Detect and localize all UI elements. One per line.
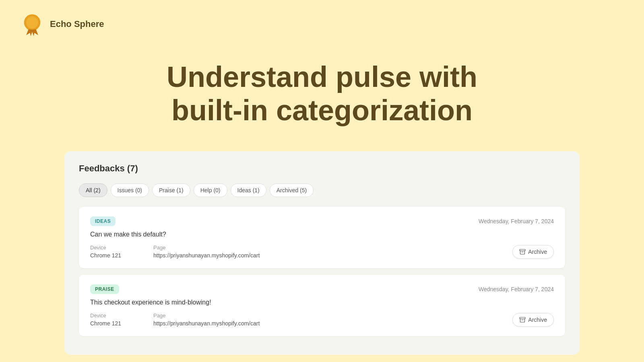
page-group: Page https://priyanshunayan.myshopify.co… xyxy=(153,245,260,259)
app-title: Echo Sphere xyxy=(50,19,104,29)
page-value: https://priyanshunayan.myshopify.com/car… xyxy=(153,320,260,327)
hero-heading: Understand pulse with built-in categoriz… xyxy=(40,60,604,127)
card-header: IDEAS Wednesday, February 7, 2024 xyxy=(90,216,554,226)
logo-icon xyxy=(20,12,44,36)
filter-tab-all[interactable]: All (2) xyxy=(79,183,107,197)
filter-tab-praise[interactable]: Praise (1) xyxy=(152,183,190,197)
card-message: Can we make this default? xyxy=(90,231,554,238)
svg-point-1 xyxy=(26,16,38,29)
card-date: Wednesday, February 7, 2024 xyxy=(479,218,554,224)
card-meta: Device Chrome 121 Page https://priyanshu… xyxy=(90,245,554,259)
filter-tab-archived[interactable]: Archived (5) xyxy=(270,183,314,197)
cards-container: IDEAS Wednesday, February 7, 2024 Can we… xyxy=(79,207,565,336)
archive-icon xyxy=(519,317,526,323)
device-label: Device xyxy=(90,245,121,251)
archive-icon xyxy=(519,249,526,255)
hero-section: Understand pulse with built-in categoriz… xyxy=(0,44,644,151)
card-header: PRAISE Wednesday, February 7, 2024 xyxy=(90,284,554,294)
filter-tab-issues[interactable]: Issues (0) xyxy=(111,183,149,197)
device-value: Chrome 121 xyxy=(90,320,121,327)
device-label: Device xyxy=(90,313,121,319)
svg-marker-3 xyxy=(31,29,38,36)
page-group: Page https://priyanshunayan.myshopify.co… xyxy=(153,313,260,327)
svg-rect-4 xyxy=(520,249,525,251)
filter-tabs: All (2)Issues (0)Praise (1)Help (0)Ideas… xyxy=(79,183,565,197)
feedback-title: Feedbacks (7) xyxy=(79,163,565,174)
device-value: Chrome 121 xyxy=(90,252,121,259)
card-date: Wednesday, February 7, 2024 xyxy=(479,286,554,292)
card-meta: Device Chrome 121 Page https://priyanshu… xyxy=(90,313,554,327)
page-label: Page xyxy=(153,313,260,319)
archive-button[interactable]: Archive xyxy=(512,313,554,327)
filter-tab-ideas[interactable]: Ideas (1) xyxy=(231,183,266,197)
top-bar: Echo Sphere xyxy=(0,0,644,44)
card-message: This checkout experience is mind-blowing… xyxy=(90,299,554,306)
device-group: Device Chrome 121 xyxy=(90,245,121,259)
main-content: Feedbacks (7) All (2)Issues (0)Praise (1… xyxy=(0,151,644,362)
category-badge: PRAISE xyxy=(90,284,119,294)
feedback-card: PRAISE Wednesday, February 7, 2024 This … xyxy=(79,275,565,336)
page-value: https://priyanshunayan.myshopify.com/car… xyxy=(153,252,260,259)
page-label: Page xyxy=(153,245,260,251)
svg-rect-5 xyxy=(520,317,525,319)
feedback-panel: Feedbacks (7) All (2)Issues (0)Praise (1… xyxy=(64,151,580,355)
filter-tab-help[interactable]: Help (0) xyxy=(194,183,227,197)
category-badge: IDEAS xyxy=(90,216,116,226)
feedback-card: IDEAS Wednesday, February 7, 2024 Can we… xyxy=(79,207,565,268)
archive-button[interactable]: Archive xyxy=(512,245,554,259)
device-group: Device Chrome 121 xyxy=(90,313,121,327)
